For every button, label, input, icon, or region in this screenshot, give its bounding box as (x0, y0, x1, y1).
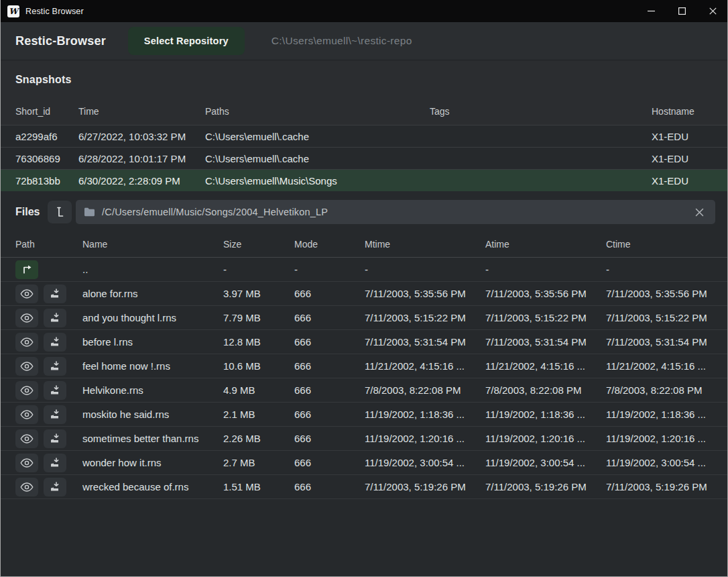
download-icon (50, 337, 60, 348)
file-row: moskito he said.rns 2.1 MB 666 11/19/200… (1, 403, 727, 427)
snapshot-row[interactable]: a2299af6 6/27/2022, 10:03:32 PM C:\Users… (1, 125, 727, 147)
preview-file-button[interactable] (15, 405, 38, 424)
up-arrow-icon (21, 264, 33, 274)
snapshot-row[interactable]: 72b813bb 6/30/2022, 2:28:09 PM C:\Users\… (1, 169, 727, 191)
file-col-mtime: Mtime (365, 239, 485, 250)
snapshot-short-id: 76306869 (15, 153, 78, 164)
download-file-button[interactable] (44, 309, 66, 327)
file-size: 1.51 MB (223, 481, 294, 492)
snapshot-time: 6/28/2022, 10:01:17 PM (78, 153, 205, 164)
eye-icon (20, 289, 34, 299)
preview-file-button[interactable] (15, 357, 38, 376)
file-mtime: 11/19/2002, 3:00:54 ... (365, 457, 485, 468)
current-path-input[interactable]: /C/Users/emuell/Music/Songs/2004_Helveti… (76, 200, 715, 224)
file-name: alone for.rns (82, 288, 223, 299)
preview-file-button[interactable] (15, 478, 38, 496)
download-icon (50, 385, 60, 396)
file-atime: 7/8/2003, 8:22:08 PM (485, 384, 606, 396)
file-name: before l.rns (82, 336, 223, 348)
download-file-button[interactable] (44, 381, 66, 400)
go-parent-directory-button[interactable] (15, 260, 38, 279)
parent-row-mode: - (294, 264, 365, 275)
file-atime: 7/11/2003, 5:35:56 PM (485, 288, 606, 299)
file-col-atime: Atime (485, 239, 606, 250)
file-row: Helvikone.rns 4.9 MB 666 7/8/2003, 8:22:… (1, 378, 727, 403)
file-mtime: 7/11/2003, 5:31:54 PM (365, 336, 485, 348)
preview-file-button[interactable] (15, 429, 38, 448)
download-file-button[interactable] (44, 333, 66, 352)
preview-file-button[interactable] (15, 309, 38, 327)
snapshot-paths: C:\Users\emuell\Music\Songs (205, 175, 430, 187)
file-ctime: 11/21/2002, 4:15:16 ... (606, 360, 717, 372)
download-file-button[interactable] (44, 284, 66, 303)
snapshot-paths: C:\Users\emuell\.cache (205, 153, 430, 164)
file-mode: 666 (294, 457, 365, 468)
empty-area (1, 499, 727, 576)
download-file-button[interactable] (44, 478, 66, 496)
snapshot-hostname: X1-EDU (652, 131, 717, 142)
file-name: wonder how it.rns (82, 457, 223, 468)
tree-view-toggle-button[interactable] (48, 201, 72, 223)
maximize-button[interactable] (666, 0, 697, 22)
files-table-body: alone for.rns 3.97 MB 666 7/11/2003, 5:3… (1, 282, 727, 499)
file-mtime: 11/19/2002, 1:18:36 ... (365, 409, 485, 420)
file-size: 4.9 MB (223, 384, 294, 396)
file-ctime: 7/11/2003, 5:31:54 PM (606, 336, 717, 348)
snapshots-section-header: Snapshots (1, 60, 727, 98)
file-ctime: 11/19/2002, 1:18:36 ... (606, 409, 717, 420)
file-size: 3.97 MB (223, 288, 294, 299)
file-mode: 666 (294, 481, 365, 492)
preview-file-button[interactable] (15, 454, 38, 472)
minimize-icon (648, 7, 655, 15)
file-mode: 666 (294, 336, 365, 348)
download-file-button[interactable] (44, 357, 66, 376)
minimize-button[interactable] (635, 0, 666, 22)
download-file-button[interactable] (44, 429, 66, 448)
file-mode: 666 (294, 384, 365, 396)
file-mtime: 7/11/2003, 5:35:56 PM (365, 288, 485, 299)
download-icon (50, 458, 60, 468)
file-atime: 11/19/2002, 3:00:54 ... (485, 457, 606, 468)
file-ctime: 11/19/2002, 3:00:54 ... (606, 457, 717, 468)
eye-icon (20, 386, 34, 395)
select-repository-button[interactable]: Select Repository (128, 27, 245, 55)
file-mtime: 11/21/2002, 4:15:16 ... (365, 360, 485, 372)
file-atime: 7/11/2003, 5:19:26 PM (485, 481, 606, 492)
file-col-path: Path (15, 239, 82, 250)
snap-col-hostname: Hostname (652, 106, 717, 117)
file-atime: 11/21/2002, 4:15:16 ... (485, 360, 606, 372)
parent-row-size: - (223, 264, 294, 275)
snapshot-hostname: X1-EDU (652, 175, 717, 187)
snap-col-time: Time (78, 106, 205, 117)
file-mode: 666 (294, 409, 365, 420)
titlebar: W Restic Browser (0, 0, 728, 22)
close-button[interactable] (697, 0, 728, 22)
snapshots-table-header: Short_id Time Paths Tags Hostname (1, 98, 727, 125)
preview-file-button[interactable] (15, 381, 38, 400)
download-file-button[interactable] (44, 454, 66, 472)
file-name: Helvikone.rns (82, 384, 223, 396)
clear-path-button[interactable] (691, 204, 707, 220)
file-size: 2.26 MB (223, 433, 294, 444)
window-title: Restic Browser (25, 7, 84, 16)
snap-col-short-id: Short_id (15, 106, 78, 117)
file-col-ctime: Ctime (606, 239, 717, 250)
snapshot-row[interactable]: 76306869 6/28/2022, 10:01:17 PM C:\Users… (1, 147, 727, 169)
file-size: 2.7 MB (223, 457, 294, 468)
files-title: Files (15, 206, 48, 218)
clear-icon (695, 208, 704, 217)
snapshots-table-body: a2299af6 6/27/2022, 10:03:32 PM C:\Users… (1, 125, 727, 191)
repository-path-label: C:\Users\emuell\~\restic-repo (271, 35, 412, 47)
file-row: and you thought l.rns 7.79 MB 666 7/11/2… (1, 306, 727, 330)
preview-file-button[interactable] (15, 333, 38, 352)
file-ctime: 7/11/2003, 5:19:26 PM (606, 481, 717, 492)
download-file-button[interactable] (44, 405, 66, 424)
file-name: wrecked because of.rns (82, 481, 223, 492)
eye-icon (20, 434, 34, 443)
file-size: 12.8 MB (223, 336, 294, 348)
preview-file-button[interactable] (15, 284, 38, 303)
app-name-label: Restic-Browser (15, 34, 106, 48)
eye-icon (20, 313, 34, 323)
snap-col-paths: Paths (205, 106, 430, 117)
file-mode: 666 (294, 433, 365, 444)
